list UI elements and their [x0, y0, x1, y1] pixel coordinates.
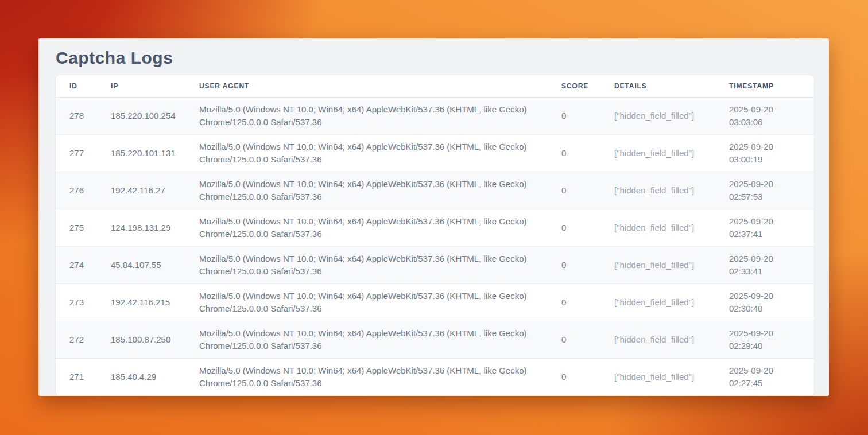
cell-timestamp: 2025-09-20 02:30:40 [715, 283, 814, 321]
cell-user-agent: Mozilla/5.0 (Windows NT 10.0; Win64; x64… [185, 209, 548, 246]
cell-ip: 192.42.116.215 [97, 283, 185, 321]
cell-timestamp: 2025-09-20 02:57:53 [715, 172, 814, 209]
cell-score: 0 [548, 209, 600, 246]
cell-ip: 45.84.107.55 [97, 246, 185, 283]
table-row: 274 45.84.107.55 Mozilla/5.0 (Windows NT… [56, 246, 814, 283]
cell-details: ["hidden_field_filled"] [600, 358, 715, 395]
cell-user-agent: Mozilla/5.0 (Windows NT 10.0; Win64; x64… [185, 172, 548, 209]
cell-details: ["hidden_field_filled"] [600, 134, 715, 172]
table-row: 273 192.42.116.215 Mozilla/5.0 (Windows … [56, 283, 814, 321]
cell-id: 278 [56, 97, 97, 134]
cell-timestamp: 2025-09-20 02:33:41 [715, 246, 814, 283]
cell-user-agent: Mozilla/5.0 (Windows NT 10.0; Win64; x64… [185, 246, 548, 283]
cell-score: 0 [548, 283, 600, 321]
cell-details: ["hidden_field_filled"] [600, 97, 715, 134]
table-row: 278 185.220.100.254 Mozilla/5.0 (Windows… [56, 97, 814, 134]
cell-id: 274 [56, 246, 97, 283]
cell-score: 0 [548, 172, 600, 209]
page-title: Captcha Logs [56, 48, 814, 68]
cell-score: 0 [548, 358, 600, 395]
cell-ip: 185.40.4.29 [97, 358, 185, 395]
cell-score: 0 [548, 246, 600, 283]
cell-timestamp: 2025-09-20 02:29:40 [715, 321, 814, 358]
header-cell-id: ID [56, 75, 97, 97]
captcha-logs-table-container: ID IP USER AGENT SCORE DETAILS TIMESTAMP… [56, 75, 814, 396]
cell-user-agent: Mozilla/5.0 (Windows NT 10.0; Win64; x64… [185, 283, 548, 321]
header-cell-ip: IP [97, 75, 185, 97]
cell-user-agent: Mozilla/5.0 (Windows NT 10.0; Win64; x64… [185, 358, 548, 395]
cell-user-agent: Mozilla/5.0 (Windows NT 10.0; Win64; x64… [185, 321, 548, 358]
cell-timestamp: 2025-09-20 03:03:06 [715, 97, 814, 134]
table-header-row: ID IP USER AGENT SCORE DETAILS TIMESTAMP [56, 75, 814, 97]
cell-ip: 124.198.131.29 [97, 209, 185, 246]
table-row: 277 185.220.101.131 Mozilla/5.0 (Windows… [56, 134, 814, 172]
table-row: 275 124.198.131.29 Mozilla/5.0 (Windows … [56, 209, 814, 246]
cell-timestamp: 2025-09-20 02:27:45 [715, 358, 814, 395]
table-row: 276 192.42.116.27 Mozilla/5.0 (Windows N… [56, 172, 814, 209]
table-row: 271 185.40.4.29 Mozilla/5.0 (Windows NT … [56, 358, 814, 395]
cell-score: 0 [548, 97, 600, 134]
header-cell-timestamp: TIMESTAMP [715, 75, 814, 97]
table-header: ID IP USER AGENT SCORE DETAILS TIMESTAMP [56, 75, 814, 97]
cell-id: 275 [56, 209, 97, 246]
table-row: 272 185.100.87.250 Mozilla/5.0 (Windows … [56, 321, 814, 358]
header-cell-user-agent: USER AGENT [185, 75, 548, 97]
cell-details: ["hidden_field_filled"] [600, 321, 715, 358]
cell-details: ["hidden_field_filled"] [600, 209, 715, 246]
cell-id: 273 [56, 283, 97, 321]
cell-score: 0 [548, 321, 600, 358]
cell-details: ["hidden_field_filled"] [600, 172, 715, 209]
cell-ip: 185.220.101.131 [97, 134, 185, 172]
cell-timestamp: 2025-09-20 03:00:19 [715, 134, 814, 172]
cell-ip: 192.42.116.27 [97, 172, 185, 209]
cell-ip: 185.220.100.254 [97, 97, 185, 134]
cell-id: 277 [56, 134, 97, 172]
captcha-logs-card: Captcha Logs ID IP USER AGENT SCORE DETA… [38, 38, 829, 396]
header-cell-details: DETAILS [600, 75, 715, 97]
cell-details: ["hidden_field_filled"] [600, 246, 715, 283]
cell-id: 271 [56, 358, 97, 395]
captcha-logs-table: ID IP USER AGENT SCORE DETAILS TIMESTAMP… [56, 75, 814, 396]
table-body: 278 185.220.100.254 Mozilla/5.0 (Windows… [56, 97, 814, 395]
cell-id: 272 [56, 321, 97, 358]
cell-timestamp: 2025-09-20 02:37:41 [715, 209, 814, 246]
cell-ip: 185.100.87.250 [97, 321, 185, 358]
cell-id: 276 [56, 172, 97, 209]
cell-score: 0 [548, 134, 600, 172]
cell-user-agent: Mozilla/5.0 (Windows NT 10.0; Win64; x64… [185, 134, 548, 172]
cell-details: ["hidden_field_filled"] [600, 283, 715, 321]
header-cell-score: SCORE [548, 75, 600, 97]
cell-user-agent: Mozilla/5.0 (Windows NT 10.0; Win64; x64… [185, 97, 548, 134]
